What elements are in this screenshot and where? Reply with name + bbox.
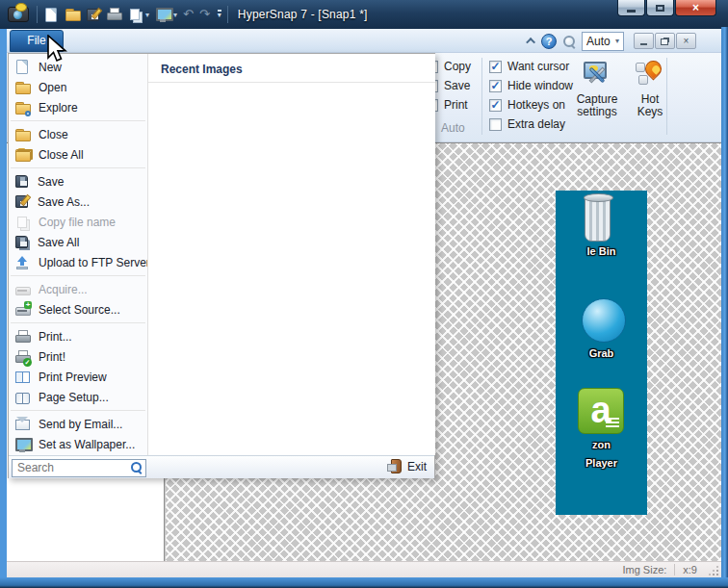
menu-item-label: Save As... [38, 195, 90, 209]
maximize-button[interactable] [646, 0, 674, 16]
menu-item-label: Set as Wallpaper... [39, 438, 135, 451]
save-all-icon [15, 236, 28, 248]
checkbox-checked-icon: ✓ [489, 99, 502, 112]
menu-item-label: Copy file name [39, 216, 116, 229]
menu-item-save[interactable]: Save [9, 171, 147, 192]
hot-keys-button[interactable]: Hot Keys [623, 56, 677, 137]
amazon-player-icon: a [578, 388, 624, 434]
grab-sphere-icon [582, 298, 626, 343]
undo-icon[interactable]: ↶ [183, 7, 194, 22]
redo-icon[interactable]: ↷ [199, 7, 210, 22]
page-setup-icon [14, 390, 30, 405]
menu-item-send-by-email[interactable]: Send by Email... [9, 414, 147, 434]
window-border-bottom [0, 577, 728, 588]
hypersnap-app-icon[interactable] [8, 7, 29, 22]
menu-item-open[interactable]: Open [9, 77, 147, 97]
menu-item-new[interactable]: New [9, 57, 147, 77]
extra-delay-checkbox[interactable]: Extra delay [489, 117, 565, 131]
separator [227, 6, 228, 23]
document-minimize-button[interactable] [634, 33, 654, 49]
want-cursor-checkbox[interactable]: ✓ Want cursor [489, 60, 569, 73]
maximize-icon [656, 5, 664, 12]
close-button[interactable]: × [675, 0, 716, 16]
file-menu-footer: Exit [9, 455, 434, 478]
collapse-ribbon-icon[interactable] [526, 38, 535, 47]
new-page-icon [14, 60, 30, 75]
menu-separator [11, 275, 145, 276]
desktop-icon-label: le Bin [556, 245, 647, 257]
menu-item-close-all[interactable]: Close All [9, 144, 147, 165]
separator [37, 6, 38, 23]
checkbox-label: Extra delay [507, 117, 565, 131]
checkbox-label: Save [444, 79, 470, 92]
menu-item-save-all[interactable]: Save All [9, 232, 147, 252]
menu-item-label: Close [39, 128, 68, 141]
menu-item-label: Print! [39, 350, 65, 364]
menu-item-label: Explore [39, 101, 78, 115]
help-icon[interactable]: ? [541, 34, 557, 49]
search-box [12, 458, 146, 476]
quick-access-toolbar: ▾ ▾ ↶ ↷ ▾ [37, 6, 228, 23]
print-icon[interactable] [106, 7, 121, 22]
close-icon: × [684, 36, 689, 46]
open-folder-icon [14, 80, 30, 95]
menu-item-explore[interactable]: Explore [9, 97, 147, 117]
menu-separator [11, 120, 145, 121]
zoom-icon[interactable] [562, 35, 576, 48]
search-input[interactable] [12, 459, 146, 477]
hide-window-checkbox[interactable]: ✓ Hide window [489, 79, 573, 92]
explore-icon [14, 100, 30, 115]
zoom-level-dropdown[interactable]: Auto ▾ [582, 32, 624, 51]
search-icon[interactable] [130, 461, 143, 473]
checkbox-checked-icon: ✓ [489, 80, 502, 92]
title-bar: ▾ ▾ ↶ ↷ ▾ HyperSnap 7 - [Snap1 *] × [0, 0, 728, 29]
menu-item-page-setup[interactable]: Page Setup... [9, 387, 147, 407]
menu-item-label: Page Setup... [39, 391, 109, 404]
copy-capture-icon[interactable] [130, 9, 140, 20]
customize-toolbar-icon[interactable]: ▾ [218, 10, 221, 19]
menu-item-set-as-wallpaper[interactable]: Set as Wallpaper... [9, 434, 147, 454]
resize-grip[interactable] [707, 564, 718, 575]
select-source-icon: + [14, 302, 30, 318]
print-preview-icon [14, 370, 30, 385]
button-label: Keys [637, 106, 663, 118]
desktop-icon-label: Grab [556, 347, 647, 359]
upload-icon [14, 255, 30, 270]
document-close-button[interactable]: × [676, 33, 696, 49]
menu-item-print[interactable]: Print... [9, 326, 147, 346]
auto-group-label: Auto [441, 121, 465, 135]
check-icon: ✓ [490, 81, 500, 90]
save-icon[interactable] [87, 9, 99, 21]
menu-item-save-as[interactable]: Save As... [9, 192, 147, 212]
checkbox-label: Hotkeys on [507, 98, 565, 112]
menu-item-close[interactable]: Close [9, 124, 147, 144]
menu-item-label: Save [38, 175, 64, 189]
menu-item-label: Select Source... [39, 303, 120, 317]
status-bar: Img Size: x:9 [7, 561, 721, 577]
minimize-button[interactable] [617, 0, 645, 16]
hot-keys-icon [636, 60, 664, 89]
menu-item-print-now[interactable]: ✓Print! [9, 346, 147, 367]
menu-item-acquire[interactable]: Acquire... [9, 279, 147, 299]
close-all-icon [14, 147, 30, 163]
ribbon-tab-row: File ? Auto ▾ × [7, 29, 721, 53]
menu-item-print-preview[interactable]: Print Preview [9, 367, 147, 387]
checkbox-checked-icon: ✓ [489, 61, 502, 73]
menu-item-label: Open [39, 81, 66, 94]
chevron-down-icon[interactable]: ▾ [145, 11, 149, 19]
open-icon[interactable] [65, 7, 80, 22]
paste-icon[interactable] [155, 7, 170, 22]
recycle-bin-icon [585, 195, 611, 242]
captured-image: le Bin Grab a zon Player [556, 191, 647, 515]
menu-item-select-source[interactable]: +Select Source... [9, 299, 147, 320]
exit-button[interactable]: Exit [391, 459, 427, 473]
document-restore-button[interactable] [655, 33, 675, 49]
capture-settings-button[interactable]: Capture settings [570, 56, 624, 137]
hotkeys-on-checkbox[interactable]: ✓ Hotkeys on [489, 98, 565, 112]
menu-item-copy-file-name[interactable]: Copy file name [9, 212, 147, 232]
checkbox-label: Hide window [507, 79, 573, 92]
menu-item-upload-ftp[interactable]: Upload to FTP Server... [9, 252, 147, 272]
new-icon[interactable] [45, 8, 57, 22]
img-size-label: Img Size: [622, 564, 666, 575]
chevron-down-icon[interactable]: ▾ [173, 11, 177, 19]
